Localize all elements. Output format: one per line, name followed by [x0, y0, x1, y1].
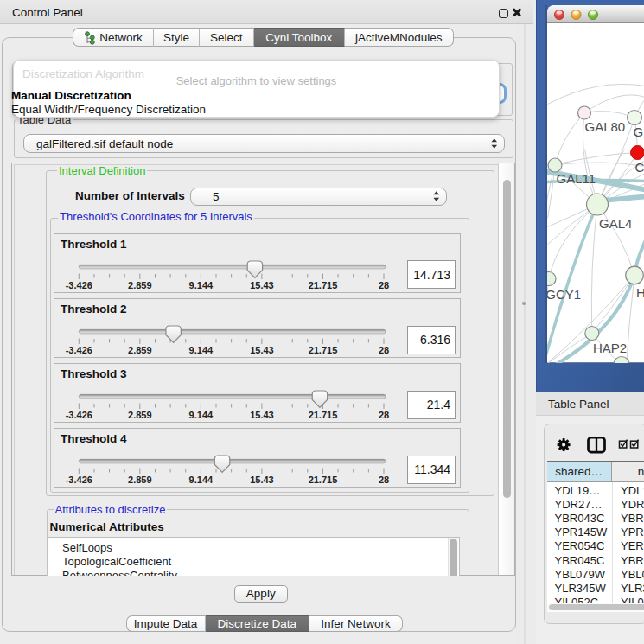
svg-text:9.144: 9.144: [189, 345, 214, 355]
svg-text:9.144: 9.144: [189, 279, 214, 290]
svg-text:21.715: 21.715: [309, 345, 338, 355]
svg-text:GCY1: GCY1: [547, 286, 581, 301]
svg-text:-3.426: -3.426: [66, 410, 92, 420]
svg-text:28: 28: [379, 279, 389, 290]
svg-text:-3.426: -3.426: [66, 279, 92, 290]
svg-text:G.: G.: [633, 124, 644, 138]
svg-text:15.43: 15.43: [250, 410, 274, 420]
svg-text:15.43: 15.43: [250, 475, 274, 485]
svg-text:C: C: [634, 159, 644, 174]
svg-text:28: 28: [379, 410, 389, 420]
svg-text:28: 28: [379, 475, 389, 485]
svg-text:2.859: 2.859: [128, 410, 152, 420]
svg-text:21.715: 21.715: [309, 410, 338, 420]
svg-text:GAL80: GAL80: [584, 118, 625, 133]
svg-text:H: H: [636, 284, 644, 299]
svg-text:28: 28: [379, 345, 389, 355]
svg-text:-3.426: -3.426: [66, 345, 92, 355]
svg-text:GAL4: GAL4: [599, 216, 632, 231]
svg-text:21.715: 21.715: [309, 279, 338, 290]
svg-text:15.43: 15.43: [250, 279, 274, 290]
svg-text:-3.426: -3.426: [66, 475, 92, 485]
svg-text:9.144: 9.144: [189, 475, 214, 485]
svg-text:2.859: 2.859: [128, 475, 152, 485]
svg-text:9.144: 9.144: [189, 410, 214, 420]
svg-text:2.859: 2.859: [128, 279, 152, 290]
svg-text:15.43: 15.43: [250, 345, 274, 355]
svg-text:GAL11: GAL11: [556, 171, 596, 186]
svg-text:2.859: 2.859: [128, 345, 152, 355]
svg-text:HAP2: HAP2: [593, 341, 627, 355]
svg-text:21.715: 21.715: [309, 475, 338, 485]
